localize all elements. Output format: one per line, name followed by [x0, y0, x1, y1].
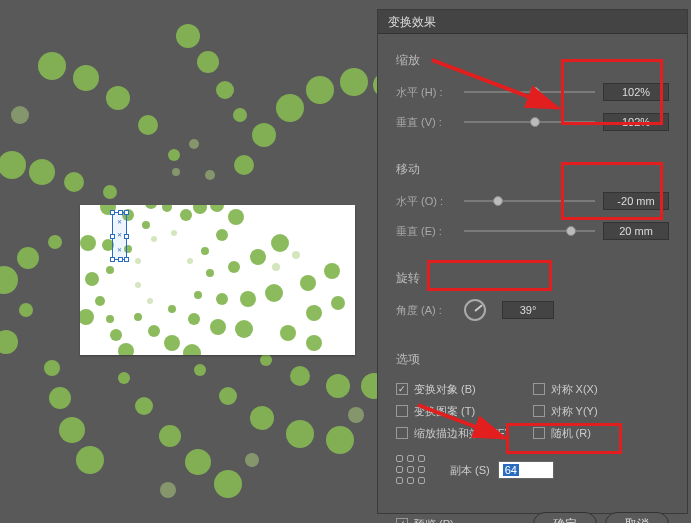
transform-obj-label: 变换对象 (B) — [414, 382, 476, 397]
mirror-x-checkbox[interactable] — [533, 383, 545, 395]
svg-point-86 — [265, 284, 283, 302]
svg-point-91 — [201, 247, 209, 255]
options-section: 选项 变换对象 (B) 对称 X(X) 变换图案 (T) 对称 Y(Y) 缩放描… — [396, 351, 669, 496]
svg-point-75 — [134, 313, 142, 321]
cancel-button[interactable]: 取消 — [605, 512, 669, 523]
svg-point-36 — [250, 406, 274, 430]
svg-point-105 — [187, 258, 193, 264]
move-section: 移动 水平 (O) : -20 mm 垂直 (E) : 20 mm — [396, 161, 669, 262]
ok-button[interactable]: 确定 — [533, 512, 597, 523]
scale-v-value[interactable]: 102% — [603, 113, 669, 131]
transform-effect-dialog: 变换效果 缩放 水平 (H) : 102% 垂直 (V) : 102% 移动 水… — [377, 9, 688, 514]
scale-v-slider[interactable] — [464, 115, 595, 129]
svg-point-79 — [168, 305, 176, 313]
svg-point-26 — [49, 387, 71, 409]
svg-point-3 — [276, 94, 304, 122]
random-checkbox[interactable] — [533, 427, 545, 439]
copies-label: 副本 (S) — [450, 463, 490, 478]
scale-h-value[interactable]: 102% — [603, 83, 669, 101]
transform-obj-checkbox[interactable] — [396, 383, 408, 395]
svg-point-102 — [135, 258, 141, 264]
svg-point-76 — [148, 325, 160, 337]
svg-point-25 — [44, 360, 60, 376]
svg-point-90 — [271, 234, 289, 252]
svg-point-72 — [106, 315, 114, 323]
svg-point-10 — [176, 24, 200, 48]
svg-point-44 — [189, 139, 199, 149]
svg-point-70 — [95, 296, 105, 306]
svg-point-81 — [210, 319, 226, 335]
move-h-slider[interactable] — [464, 194, 595, 208]
scale-section: 缩放 水平 (H) : 102% 垂直 (V) : 102% — [396, 52, 669, 153]
svg-point-95 — [324, 263, 340, 279]
svg-point-106 — [272, 263, 280, 271]
svg-point-62 — [142, 221, 150, 229]
svg-point-96 — [306, 305, 322, 321]
svg-point-12 — [138, 115, 158, 135]
svg-point-59 — [210, 205, 224, 212]
selected-object[interactable]: ✕ ✕ ✕ — [112, 212, 127, 260]
svg-point-27 — [59, 417, 85, 443]
svg-point-8 — [216, 81, 234, 99]
move-h-value[interactable]: -20 mm — [603, 192, 669, 210]
svg-point-19 — [0, 151, 26, 179]
move-v-slider[interactable] — [464, 224, 595, 238]
angle-label: 角度 (A) : — [396, 303, 464, 318]
svg-point-77 — [164, 335, 180, 351]
angle-value[interactable]: 39° — [502, 301, 554, 319]
move-v-label: 垂直 (E) : — [396, 224, 464, 239]
svg-point-61 — [145, 205, 157, 209]
svg-point-53 — [160, 482, 176, 498]
scale-v-label: 垂直 (V) : — [396, 115, 464, 130]
random-label: 随机 (R) — [551, 426, 591, 441]
svg-point-33 — [214, 470, 242, 498]
svg-point-88 — [228, 261, 240, 273]
svg-point-14 — [73, 65, 99, 91]
svg-point-18 — [29, 159, 55, 185]
artboard-preview: ✕ ✕ ✕ — [80, 205, 355, 355]
svg-point-58 — [193, 205, 207, 214]
svg-point-104 — [147, 298, 153, 304]
dialog-title: 变换效果 — [378, 10, 687, 34]
svg-point-98 — [280, 325, 296, 341]
svg-point-41 — [326, 374, 350, 398]
svg-point-57 — [180, 209, 192, 221]
svg-point-55 — [348, 407, 364, 423]
svg-point-39 — [260, 354, 272, 366]
svg-point-4 — [306, 76, 334, 104]
mirror-x-label: 对称 X(X) — [551, 382, 598, 397]
rotate-section: 旋转 角度 (A) : 39° — [396, 270, 669, 341]
transform-pat-checkbox[interactable] — [396, 405, 408, 417]
mirror-y-checkbox[interactable] — [533, 405, 545, 417]
svg-point-16 — [103, 185, 117, 199]
svg-point-56 — [11, 106, 29, 124]
svg-point-45 — [172, 168, 180, 176]
svg-point-15 — [38, 52, 66, 80]
svg-point-30 — [135, 397, 153, 415]
svg-point-34 — [194, 364, 206, 376]
svg-point-5 — [340, 68, 368, 96]
anchor-grid[interactable] — [396, 455, 426, 485]
svg-point-37 — [286, 420, 314, 448]
svg-point-2 — [252, 123, 276, 147]
options-label: 选项 — [396, 351, 669, 368]
scale-h-slider[interactable] — [464, 85, 595, 99]
move-label: 移动 — [396, 161, 669, 178]
preview-checkbox[interactable] — [396, 518, 408, 523]
svg-point-9 — [197, 51, 219, 73]
scale-sf-checkbox[interactable] — [396, 427, 408, 439]
svg-point-20 — [48, 235, 62, 249]
svg-point-43 — [205, 170, 215, 180]
svg-point-87 — [206, 269, 214, 277]
transform-pat-label: 变换图案 (T) — [414, 404, 475, 419]
svg-point-83 — [194, 291, 202, 299]
svg-point-68 — [106, 266, 114, 274]
preview-toggle[interactable]: 预览 (P) — [396, 517, 525, 524]
svg-point-7 — [233, 108, 247, 122]
copies-field[interactable]: 64 — [498, 461, 554, 479]
svg-point-31 — [159, 425, 181, 447]
mirror-y-label: 对称 Y(Y) — [551, 404, 598, 419]
angle-dial[interactable] — [464, 299, 486, 321]
svg-point-101 — [151, 236, 157, 242]
move-v-value[interactable]: 20 mm — [603, 222, 669, 240]
